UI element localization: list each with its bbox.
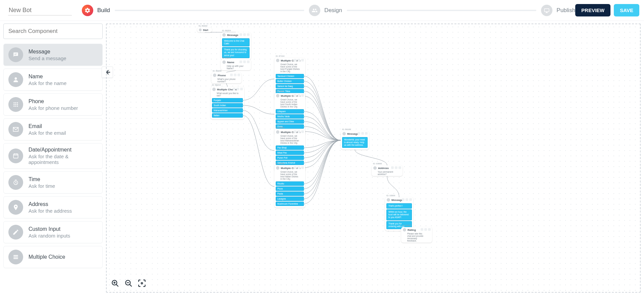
option-port[interactable] xyxy=(303,193,305,195)
option-port[interactable] xyxy=(303,121,305,122)
node-tool-copy-icon[interactable] xyxy=(243,33,246,36)
node-address[interactable]: ID: 93998AddressYour permanent address? xyxy=(372,165,402,176)
node-tool-play-icon[interactable] xyxy=(233,88,235,90)
node-tool-copy-icon[interactable] xyxy=(298,59,300,61)
node-tool-copy-icon[interactable] xyxy=(298,130,300,133)
node-tool-delete-icon[interactable] xyxy=(240,88,243,90)
node-tool-play-icon[interactable] xyxy=(239,33,242,36)
component-date-appointment[interactable]: Date/AppointmentAsk for the date & appoi… xyxy=(3,143,103,169)
node-tool-play-icon[interactable] xyxy=(294,130,297,133)
step-build[interactable]: Build xyxy=(82,5,110,16)
choice-option[interactable]: Tandoori Chicken xyxy=(276,74,304,78)
step-publish[interactable]: Publish xyxy=(541,5,575,16)
option-port[interactable] xyxy=(242,115,244,116)
choice-option[interactable]: Pasta xyxy=(276,192,304,196)
node-tool-delete-icon[interactable] xyxy=(301,166,304,169)
choice-option[interactable]: Maharashtrian xyxy=(212,108,243,113)
zoom-in-button[interactable] xyxy=(111,279,119,289)
node-tool-delete-icon[interactable] xyxy=(247,33,250,36)
node-tool-copy-icon[interactable] xyxy=(298,94,300,97)
node-tool-play-icon[interactable] xyxy=(294,166,297,169)
choice-option[interactable]: Misal Pav xyxy=(276,151,304,155)
choice-option[interactable]: Appam and Stew xyxy=(276,119,304,124)
node-tool-delete-icon[interactable] xyxy=(409,198,412,201)
choice-option[interactable]: Sarson ka Saag xyxy=(276,84,304,88)
zoom-out-button[interactable] xyxy=(124,279,133,289)
node-tool-copy-icon[interactable] xyxy=(234,74,236,76)
option-port[interactable] xyxy=(303,147,305,149)
option-port[interactable] xyxy=(303,157,305,159)
node-phone[interactable]: ID: 86208PhoneWhat's your phone number? xyxy=(211,73,241,83)
node-tool-delete-icon[interactable] xyxy=(301,59,304,61)
choice-option[interactable]: Risotto xyxy=(276,181,304,186)
option-port[interactable] xyxy=(303,91,305,92)
component-time[interactable]: TimeAsk for time xyxy=(3,171,103,194)
node-tool-copy-icon[interactable] xyxy=(236,88,239,90)
option-port[interactable] xyxy=(242,100,244,101)
node-tool-delete-icon[interactable] xyxy=(301,94,304,97)
component-email[interactable]: EmailAsk for the email xyxy=(3,118,103,140)
choice-option[interactable]: Uttapam xyxy=(276,109,304,114)
choice-option[interactable]: Butter Chicken xyxy=(276,79,304,83)
option-port[interactable] xyxy=(303,81,305,82)
option-port[interactable] xyxy=(303,86,305,87)
bot-name-input[interactable] xyxy=(8,5,72,15)
option-port[interactable] xyxy=(242,105,244,106)
node-tool-copy-icon[interactable] xyxy=(243,60,246,63)
node-tool-copy-icon[interactable] xyxy=(361,132,364,135)
choice-option[interactable]: Mushroom Florentine xyxy=(276,202,304,206)
component-custom-input[interactable]: Custom InputAsk random inputs xyxy=(3,221,103,243)
node-tool-play-icon[interactable] xyxy=(230,74,233,76)
option-port[interactable] xyxy=(303,152,305,154)
option-port[interactable] xyxy=(303,116,305,117)
option-port[interactable] xyxy=(303,188,305,189)
component-phone[interactable]: PhoneAsk for phone number xyxy=(3,93,103,116)
component-address[interactable]: AddressAsk for the address xyxy=(3,196,103,218)
node-tool-delete-icon[interactable] xyxy=(247,60,250,63)
node-tool-delete-icon[interactable] xyxy=(301,130,304,133)
node-tool-play-icon[interactable] xyxy=(391,166,394,169)
node-tool-play-icon[interactable] xyxy=(358,132,360,135)
node-start[interactable]: ID: 86203Start xyxy=(197,28,212,32)
node-tool-copy-icon[interactable] xyxy=(395,166,397,169)
node-mc_main[interactable]: ID: 86210Multiple ChoiceWhat would you l… xyxy=(211,87,244,119)
search-input[interactable] xyxy=(3,24,103,39)
node-tool-copy-icon[interactable] xyxy=(406,198,408,201)
node-msg1[interactable]: ID: 86204MessageWelcome to the Chai Cafe… xyxy=(221,32,251,60)
choice-option[interactable]: Pav Bhaji xyxy=(276,145,304,150)
node-tool-delete-icon[interactable] xyxy=(365,132,368,135)
step-design[interactable]: Design xyxy=(309,5,342,16)
node-rating[interactable]: ID: 94000RatingPlease rate this chat and… xyxy=(401,227,432,243)
choice-option[interactable]: Lasagna xyxy=(276,197,304,201)
option-port[interactable] xyxy=(303,198,305,200)
option-port[interactable] xyxy=(303,162,305,164)
node-mc_italian[interactable]: ID: 93996Multiple ChoiceGreat Choice, we… xyxy=(274,165,305,208)
option-port[interactable] xyxy=(242,110,244,111)
node-name[interactable]: ID: 86206NameHelp us with your Name? xyxy=(221,59,251,70)
fit-screen-button[interactable] xyxy=(138,279,146,289)
flow-canvas[interactable]: ID: 86203StartID: 86204MessageWelcome to… xyxy=(106,24,641,293)
node-tool-delete-icon[interactable] xyxy=(428,228,431,231)
node-msg_confirm[interactable]: ID: 86186MessageWonderful, your meal is … xyxy=(341,131,369,150)
preview-button[interactable]: PREVIEW xyxy=(575,4,610,16)
option-port[interactable] xyxy=(303,111,305,112)
node-tool-copy-icon[interactable] xyxy=(424,228,427,231)
choice-option[interactable]: Italian xyxy=(212,113,243,118)
node-tool-play-icon[interactable] xyxy=(239,60,242,63)
node-tool-play-icon[interactable] xyxy=(294,94,297,97)
choice-option[interactable]: Medhu Vada xyxy=(276,114,304,119)
choice-option[interactable]: Punjabi xyxy=(212,98,243,102)
component-multiple-choice[interactable]: Multiple Choice xyxy=(3,246,103,268)
option-port[interactable] xyxy=(303,203,305,205)
node-tool-play-icon[interactable] xyxy=(402,198,405,201)
save-button[interactable]: SAVE xyxy=(614,4,639,16)
component-name[interactable]: NameAsk for the name xyxy=(3,69,103,91)
choice-option[interactable]: Pizza xyxy=(276,186,304,191)
choice-option[interactable]: South Indian xyxy=(212,103,243,108)
node-tool-copy-icon[interactable] xyxy=(298,166,300,169)
option-port[interactable] xyxy=(303,183,305,184)
option-port[interactable] xyxy=(303,126,305,127)
node-tool-play-icon[interactable] xyxy=(421,228,423,231)
node-tool-delete-icon[interactable] xyxy=(398,166,401,169)
node-tool-play-icon[interactable] xyxy=(294,59,297,61)
